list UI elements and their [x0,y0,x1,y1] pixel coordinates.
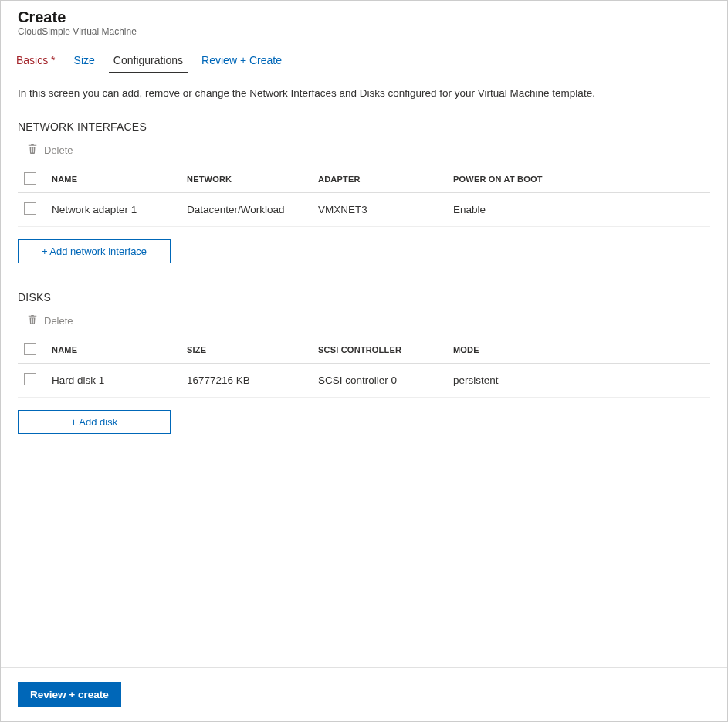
network-col-network: NETWORK [181,166,312,193]
network-row-adapter: VMXNET3 [312,193,447,227]
table-row: Hard disk 1 16777216 KB SCSI controller … [18,364,710,398]
network-table: NAME NETWORK ADAPTER POWER ON AT BOOT Ne… [18,166,710,227]
disks-select-all-checkbox[interactable] [24,343,36,355]
tab-size[interactable]: Size [66,46,103,73]
disks-delete-label: Delete [44,315,73,327]
disks-delete-button[interactable]: Delete [27,314,710,327]
review-create-button[interactable]: Review + create [18,682,121,707]
trash-icon [27,314,38,327]
page-subtitle: CloudSimple Virtual Machine [18,26,710,37]
network-row-power: Enable [447,193,710,227]
add-network-interface-button[interactable]: + Add network interface [18,239,171,263]
network-col-name: NAME [46,166,181,193]
disks-col-mode: MODE [447,337,710,364]
disks-row-checkbox[interactable] [24,373,36,385]
disks-col-controller: SCSI CONTROLLER [312,337,447,364]
network-section-title: NETWORK INTERFACES [18,120,710,133]
disks-row-mode: persistent [447,364,710,398]
network-delete-button[interactable]: Delete [27,144,710,157]
description-text: In this screen you can add, remove or ch… [18,87,710,99]
network-row-name: Network adapter 1 [46,193,181,227]
page-title: Create [18,8,710,26]
network-delete-label: Delete [44,144,73,156]
add-disk-button[interactable]: + Add disk [18,410,171,434]
disks-section-title: DISKS [18,291,710,303]
table-row: Network adapter 1 Datacenter/Workload VM… [18,193,710,227]
disks-row-name: Hard disk 1 [46,364,181,398]
tab-review-create[interactable]: Review + Create [194,46,290,73]
tab-bar: Basics Size Configurations Review + Crea… [1,46,727,73]
tab-basics[interactable]: Basics [8,46,63,73]
network-row-network: Datacenter/Workload [181,193,312,227]
network-select-all-checkbox[interactable] [24,172,36,185]
network-col-adapter: ADAPTER [312,166,447,193]
network-col-power: POWER ON AT BOOT [447,166,710,193]
disks-row-size: 16777216 KB [181,364,312,398]
disks-row-controller: SCSI controller 0 [312,364,447,398]
disks-col-name: NAME [46,337,181,364]
disks-col-size: SIZE [181,337,312,364]
trash-icon [27,144,38,157]
tab-configurations[interactable]: Configurations [106,46,191,73]
disks-table: NAME SIZE SCSI CONTROLLER MODE Hard disk… [18,337,710,398]
network-row-checkbox[interactable] [24,202,36,215]
